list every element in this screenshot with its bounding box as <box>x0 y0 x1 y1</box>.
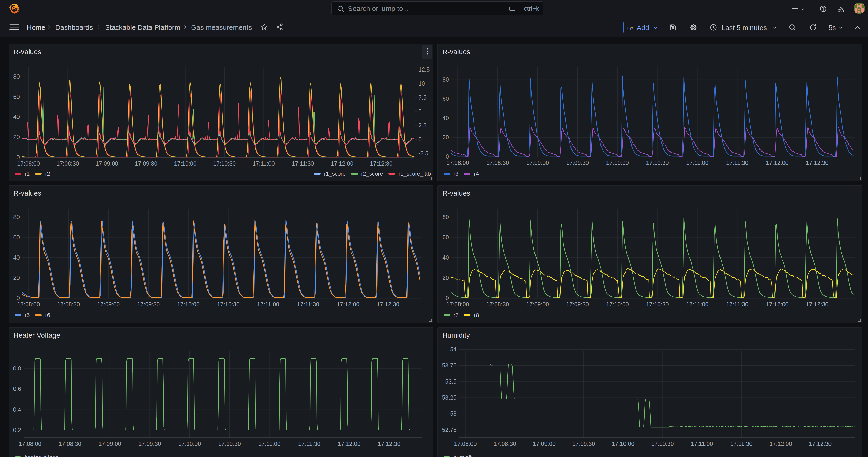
svg-text:5: 5 <box>418 108 422 115</box>
svg-text:60: 60 <box>442 234 449 241</box>
svg-text:20: 20 <box>13 134 20 140</box>
svg-text:17:08:00: 17:08:00 <box>19 440 41 447</box>
svg-text:7.5: 7.5 <box>418 94 427 101</box>
svg-text:17:08:30: 17:08:30 <box>486 301 509 307</box>
svg-text:60: 60 <box>13 234 20 241</box>
svg-text:53.5: 53.5 <box>445 378 457 385</box>
svg-text:53.25: 53.25 <box>442 394 457 401</box>
svg-text:17:12:30: 17:12:30 <box>370 160 393 167</box>
svg-text:17:11:00: 17:11:00 <box>686 159 708 166</box>
svg-text:0: 0 <box>17 154 20 160</box>
svg-text:17:09:00: 17:09:00 <box>99 440 121 447</box>
svg-text:17:08:00: 17:08:00 <box>454 440 476 447</box>
svg-text:17:11:00: 17:11:00 <box>691 440 713 447</box>
svg-text:53: 53 <box>450 410 457 417</box>
svg-text:20: 20 <box>442 274 449 281</box>
svg-text:80: 80 <box>442 214 449 220</box>
svg-text:60: 60 <box>13 93 20 100</box>
svg-text:17:09:30: 17:09:30 <box>137 301 160 307</box>
svg-text:40: 40 <box>13 114 20 120</box>
svg-text:17:10:00: 17:10:00 <box>606 159 629 166</box>
svg-text:0.4: 0.4 <box>13 406 21 413</box>
svg-text:10: 10 <box>418 80 425 87</box>
svg-text:17:10:00: 17:10:00 <box>178 440 201 447</box>
svg-text:17:08:30: 17:08:30 <box>57 160 79 167</box>
svg-text:17:10:30: 17:10:30 <box>213 160 236 167</box>
svg-text:17:11:00: 17:11:00 <box>686 301 708 307</box>
svg-text:52.75: 52.75 <box>442 427 457 433</box>
svg-text:0.6: 0.6 <box>13 386 21 392</box>
svg-text:-2.5: -2.5 <box>418 150 428 156</box>
svg-text:17:10:00: 17:10:00 <box>606 301 629 307</box>
svg-text:40: 40 <box>442 115 449 121</box>
svg-text:40: 40 <box>13 254 20 261</box>
svg-text:17:09:00: 17:09:00 <box>533 440 556 447</box>
svg-text:0: 0 <box>445 153 449 160</box>
svg-text:17:12:30: 17:12:30 <box>806 301 829 307</box>
svg-text:0: 0 <box>418 136 422 143</box>
svg-text:0.8: 0.8 <box>13 365 21 372</box>
svg-text:17:11:30: 17:11:30 <box>292 160 314 167</box>
svg-text:17:08:00: 17:08:00 <box>17 301 40 307</box>
svg-text:0: 0 <box>17 295 20 301</box>
svg-text:17:09:30: 17:09:30 <box>572 440 595 447</box>
svg-text:80: 80 <box>13 214 20 220</box>
svg-text:17:10:00: 17:10:00 <box>177 301 200 307</box>
svg-text:17:08:30: 17:08:30 <box>494 440 516 447</box>
svg-text:17:11:30: 17:11:30 <box>298 440 320 447</box>
svg-text:17:11:30: 17:11:30 <box>297 301 319 307</box>
svg-text:17:12:30: 17:12:30 <box>378 440 400 447</box>
svg-text:40: 40 <box>442 254 449 261</box>
svg-text:17:08:00: 17:08:00 <box>446 159 469 166</box>
svg-text:0: 0 <box>445 295 449 301</box>
svg-text:20: 20 <box>13 274 20 281</box>
svg-text:17:09:30: 17:09:30 <box>566 301 589 307</box>
svg-text:54: 54 <box>450 346 457 353</box>
svg-text:53.75: 53.75 <box>442 362 457 369</box>
svg-text:17:10:30: 17:10:30 <box>218 440 241 447</box>
svg-text:17:11:00: 17:11:00 <box>258 440 280 447</box>
svg-text:2.5: 2.5 <box>418 122 427 129</box>
svg-text:17:10:30: 17:10:30 <box>217 301 240 307</box>
svg-text:20: 20 <box>442 134 449 141</box>
svg-text:17:11:00: 17:11:00 <box>257 301 279 307</box>
svg-text:17:11:30: 17:11:30 <box>726 159 748 166</box>
svg-text:17:12:00: 17:12:00 <box>766 301 788 307</box>
svg-text:80: 80 <box>13 73 20 80</box>
svg-text:17:10:30: 17:10:30 <box>646 301 669 307</box>
svg-text:17:12:00: 17:12:00 <box>766 159 788 166</box>
svg-text:17:09:00: 17:09:00 <box>526 301 549 307</box>
svg-text:17:12:00: 17:12:00 <box>331 160 353 167</box>
svg-text:17:08:30: 17:08:30 <box>59 440 81 447</box>
svg-text:17:09:30: 17:09:30 <box>566 159 589 166</box>
svg-text:17:10:30: 17:10:30 <box>646 159 669 166</box>
svg-text:17:11:00: 17:11:00 <box>252 160 275 167</box>
svg-text:17:10:00: 17:10:00 <box>174 160 196 167</box>
svg-text:17:11:30: 17:11:30 <box>726 301 748 307</box>
svg-text:17:12:00: 17:12:00 <box>338 440 360 447</box>
svg-text:17:12:00: 17:12:00 <box>769 440 792 447</box>
svg-text:17:09:00: 17:09:00 <box>526 159 549 166</box>
svg-text:17:09:30: 17:09:30 <box>135 160 157 167</box>
svg-text:17:08:30: 17:08:30 <box>486 159 509 166</box>
svg-text:17:08:00: 17:08:00 <box>446 301 469 307</box>
svg-text:17:12:30: 17:12:30 <box>809 440 832 447</box>
svg-text:17:08:00: 17:08:00 <box>17 160 40 167</box>
svg-text:17:12:30: 17:12:30 <box>377 301 399 307</box>
svg-text:12.5: 12.5 <box>418 66 430 73</box>
svg-text:17:09:00: 17:09:00 <box>96 160 118 167</box>
svg-text:17:10:30: 17:10:30 <box>651 440 674 447</box>
svg-text:80: 80 <box>442 76 449 83</box>
svg-text:60: 60 <box>442 95 449 102</box>
svg-text:17:11:30: 17:11:30 <box>730 440 752 447</box>
svg-text:17:10:00: 17:10:00 <box>612 440 634 447</box>
svg-text:17:12:30: 17:12:30 <box>806 159 829 166</box>
svg-text:0.2: 0.2 <box>13 427 21 433</box>
svg-text:17:08:30: 17:08:30 <box>57 301 80 307</box>
svg-text:17:09:00: 17:09:00 <box>97 301 120 307</box>
svg-text:17:12:00: 17:12:00 <box>337 301 360 307</box>
svg-text:17:09:30: 17:09:30 <box>138 440 161 447</box>
